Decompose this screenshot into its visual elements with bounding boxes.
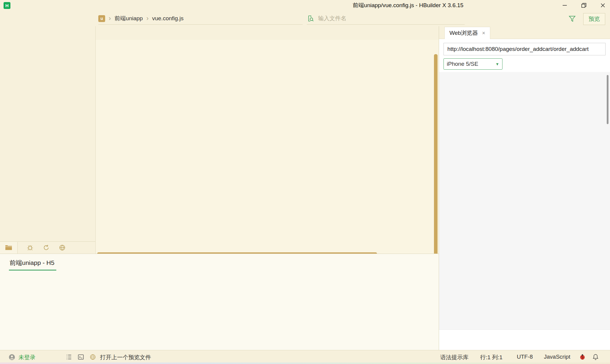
device-toolbar: iPhone 5/SE ▼ [439,55,610,72]
browser-tab-label: Web浏览器 [449,29,478,37]
chevron-right-icon: › [109,15,111,21]
status-bar: 未登录 打开上一个预览文件 语法提示库 行:1 列:1 UTF-8 JavaSc… [0,350,610,364]
window-controls [562,0,606,11]
filter-funnel-icon[interactable] [568,15,576,23]
bell-icon[interactable] [592,354,599,360]
files-tab-icon[interactable] [0,242,18,254]
console-logs [0,271,439,275]
chevron-down-icon: ▼ [495,62,499,66]
browser-tab-band: Web浏览器 × [439,26,610,39]
editor-tabs [96,26,439,40]
console-tab[interactable]: 前端uniapp - H5 [9,259,56,271]
window-bottom-edge [0,363,610,364]
web-browser-panel: Web浏览器 × http://localhost:8080/pages/ord… [439,26,610,350]
breadcrumb: u › 前端uniapp › vue.config.js [98,13,303,25]
url-bar[interactable]: http://localhost:8080/pages/order_addcar… [444,43,606,55]
cursor-position[interactable]: 行:1 列:1 [480,354,502,361]
project-sidebar [0,26,95,254]
project-badge-icon: u [98,15,105,22]
web-icon[interactable] [59,244,66,251]
sync-icon[interactable] [43,244,50,251]
device-select[interactable]: iPhone 5/SE ▼ [444,58,502,70]
breadcrumb-project[interactable]: 前端uniapp [114,15,143,22]
title-bar: H 前端uniapp/vue.config.js - HBuilder X 3.… [0,0,610,11]
preview-button[interactable]: 预览 [583,13,605,25]
syntax-lib[interactable]: 语法提示库 [440,354,469,361]
page-preview [439,72,610,329]
close-tab-icon[interactable]: × [482,30,485,36]
file-search-box [307,13,465,25]
encoding[interactable]: UTF-8 [517,354,533,360]
code-editor [95,26,439,254]
sidebar-footer [0,241,95,254]
main-toolbar: u › 前端uniapp › vue.config.js 预览 [0,11,610,26]
app-tabbar [439,329,610,350]
device-select-value: iPhone 5/SE [447,61,478,67]
restore-icon[interactable] [581,2,587,8]
browser-tab[interactable]: Web浏览器 × [444,27,490,39]
breadcrumb-file[interactable]: vue.config.js [152,15,184,22]
console-header: 前端uniapp - H5 [0,254,439,271]
vertical-scrollbar[interactable] [434,54,438,257]
ladybug-icon[interactable] [579,354,586,360]
close-icon[interactable] [600,2,606,8]
minimize-icon[interactable] [562,2,568,8]
preview-scrollbar[interactable] [607,75,609,124]
login-status[interactable]: 未登录 [18,354,35,361]
console-panel: 前端uniapp - H5 [0,254,439,350]
terminal-icon[interactable] [77,354,84,360]
language-mode[interactable]: JavaScript [544,354,570,360]
debug-icon[interactable] [27,244,34,251]
hbuilderx-logo-icon: H [4,2,10,9]
outline-list-icon[interactable] [66,354,72,360]
account-icon[interactable] [8,354,15,361]
window-title: 前端uniapp/vue.config.js - HBuilder X 3.6.… [322,1,494,9]
chevron-right-icon: › [146,15,148,21]
code-area[interactable] [96,40,439,257]
search-icon [307,15,314,22]
search-input[interactable] [318,15,444,22]
open-prev-preview[interactable]: 打开上一个预览文件 [100,354,151,361]
file-tree [0,26,95,35]
web-preview-icon[interactable] [89,354,96,360]
